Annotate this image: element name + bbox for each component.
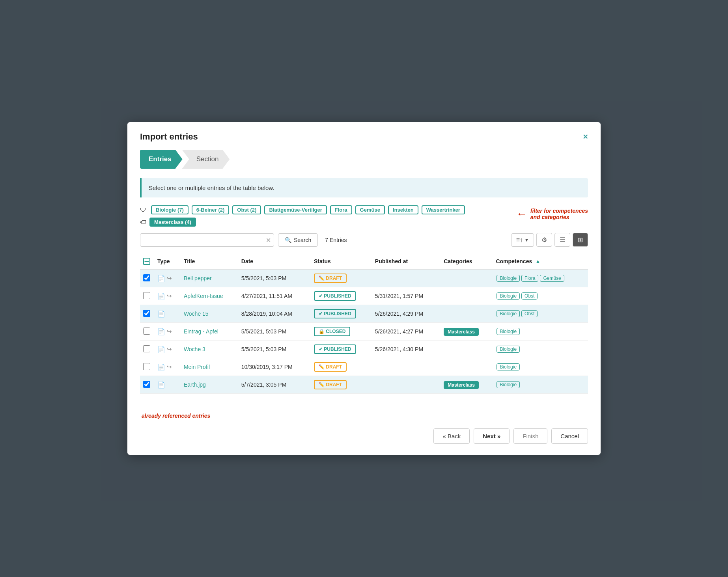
next-button[interactable]: Next » [474,428,510,444]
th-status[interactable]: Status [311,254,372,269]
status-badge: ✏️ DRAFT [314,274,347,283]
search-clear-icon[interactable]: ✕ [266,236,271,244]
entry-title-link[interactable]: ApfelKern-Issue [184,293,223,299]
status-badge: ✏️ DRAFT [314,380,347,389]
modal-footer: « Back Next » Finish Cancel [140,428,588,444]
close-button[interactable]: × [583,132,588,141]
filter-tag-gemuese[interactable]: Gemüse [355,205,385,214]
table-row: 📄 ↪ ApfelKern-Issue4/27/2021, 11:51 AM✔ … [140,287,588,305]
th-title[interactable]: Title [181,254,238,269]
info-box: Select one or multiple entries of the ta… [140,178,588,197]
row-categories-cell [441,358,493,376]
search-button[interactable]: 🔍 Search [278,233,318,247]
row-type-cell: 📄 ↪ [154,269,181,287]
entry-title-link[interactable]: Woche 3 [184,346,205,352]
sort-arrow-icon: ▲ [535,258,541,264]
th-select-all[interactable] [140,254,154,269]
filter-tag-masterclass[interactable]: Masterclass (4) [149,218,196,227]
filter-tag-biologie[interactable]: Biologie (7) [151,205,189,214]
competence-tag: Biologie [497,328,520,335]
entries-table: Type Title Date Status Published at Cate… [140,254,588,394]
row-checkbox-cell [140,269,154,287]
row-checkbox[interactable] [143,328,150,335]
search-input[interactable] [140,233,274,247]
row-checkbox[interactable] [143,310,150,317]
filter-tag-6beiner[interactable]: 6-Beiner (2) [192,205,230,214]
row-checkbox[interactable] [143,274,150,281]
competence-tag: Biologie [497,346,520,353]
search-input-wrap: ✕ [140,233,274,247]
categories-filter-row: 🏷 Masterclass (4) [140,218,510,227]
share-icon: ↪ [167,346,172,353]
row-type-cell: 📄 ↪ [154,323,181,341]
list-view-button[interactable]: ☰ [554,233,570,247]
row-status-cell: ✏️ DRAFT [311,376,372,394]
cancel-button[interactable]: Cancel [551,428,588,444]
competence-tag: Biologie [497,381,520,388]
th-published-at[interactable]: Published at [372,254,441,269]
competence-tag: Gemüse [540,275,564,282]
filter-tag-flora[interactable]: Flora [330,205,352,214]
finish-button[interactable]: Finish [513,428,547,444]
filter-tag-blattgemuese[interactable]: Blattgemüse-Vertilger [264,205,327,214]
row-competences-cell: Biologie [493,376,588,394]
back-button[interactable]: « Back [433,428,470,444]
row-categories-cell: Masterclass [441,323,493,341]
row-date-cell: 5/5/2021, 5:03 PM [238,269,311,287]
row-status-cell: ✔ PUBLISHED [311,341,372,358]
entry-title-link[interactable]: Eintrag - Apfel [184,328,218,335]
row-type-cell: 📄 [154,376,181,394]
masterclass-badge: Masterclass [444,381,479,389]
entry-title-link[interactable]: Bell pepper [184,275,212,281]
th-date[interactable]: Date [238,254,311,269]
step-section[interactable]: Section [182,150,230,169]
entry-title-link[interactable]: Mein Profil [184,364,210,370]
document-icon: 📄 [157,381,165,389]
filter-tag-obst[interactable]: Obst (2) [232,205,261,214]
share-icon: ↪ [167,292,172,300]
import-entries-modal: Import entries × Entries Section Select … [127,122,601,455]
row-checkbox-cell [140,358,154,376]
row-checkbox-cell [140,341,154,358]
chevron-down-icon: ▼ [525,238,529,242]
masterclass-badge: Masterclass [444,328,479,336]
row-checkbox[interactable] [143,292,150,299]
filter-tag-insekten[interactable]: Insekten [388,205,418,214]
gear-icon: ⚙ [541,236,547,244]
status-badge: ✏️ DRAFT [314,362,347,372]
row-checkbox[interactable] [143,381,150,388]
row-type-cell: 📄 [154,305,181,323]
document-icon: 📄 [157,328,165,335]
entry-title-link[interactable]: Earth.jpg [184,382,206,388]
competences-filter-row: 🛡 Biologie (7) 6-Beiner (2) Obst (2) Bla… [140,205,510,214]
th-categories[interactable]: Categories [441,254,493,269]
share-icon: ↪ [167,328,172,335]
row-status-cell: ✏️ DRAFT [311,269,372,287]
table-row: 📄 ↪ Bell pepper5/5/2021, 5:03 PM✏️ DRAFT… [140,269,588,287]
entry-title-link[interactable]: Woche 15 [184,311,209,317]
competence-tag: Obst [521,310,538,317]
row-checkbox[interactable] [143,363,150,370]
share-icon: ↪ [167,275,172,282]
row-competences-cell: Biologie [493,323,588,341]
th-type: Type [154,254,181,269]
status-badge: ✔ PUBLISHED [314,291,356,301]
row-published-at-cell: 5/31/2021, 1:57 PM [372,287,441,305]
competence-tag: Biologie [497,275,520,282]
select-all-checkbox[interactable] [143,258,150,265]
step-entries[interactable]: Entries [140,150,183,169]
row-checkbox[interactable] [143,345,150,352]
sort-button[interactable]: ≡↑ ▼ [511,233,534,247]
grid-view-button[interactable]: ⊞ [573,233,588,247]
filter-tag-wassertrinker[interactable]: Wassertrinker [422,205,465,214]
th-competences[interactable]: Competences ▲ [493,254,588,269]
row-competences-cell: Biologie [493,358,588,376]
row-type-cell: 📄 ↪ [154,287,181,305]
list-icon: ☰ [560,236,565,244]
row-type-cell: 📄 ↪ [154,358,181,376]
settings-button[interactable]: ⚙ [536,233,552,247]
row-checkbox-cell [140,287,154,305]
row-date-cell: 4/27/2021, 11:51 AM [238,287,311,305]
table-row: 📄 ↪ Mein Profil10/30/2019, 3:17 PM✏️ DRA… [140,358,588,376]
row-title-cell: Bell pepper [181,269,238,287]
